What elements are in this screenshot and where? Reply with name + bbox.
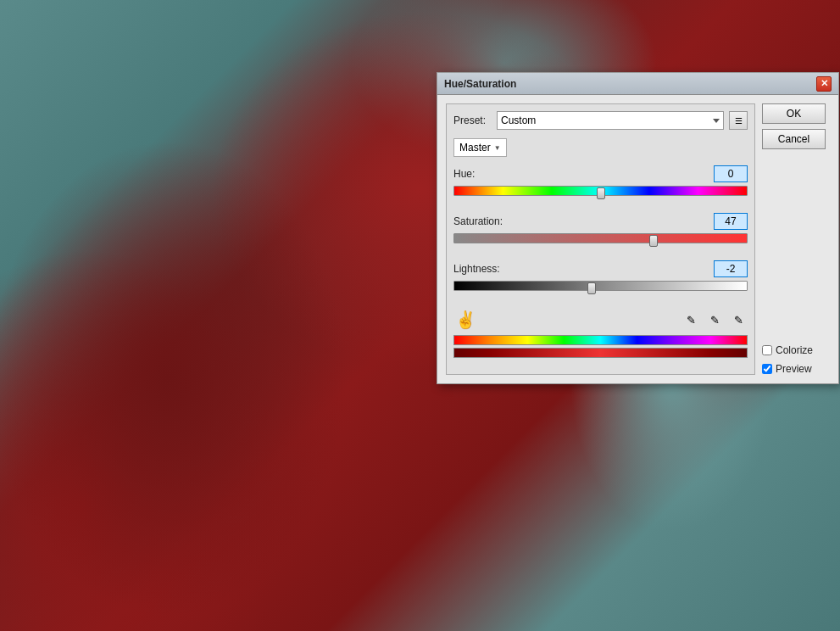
preset-options-button[interactable]: ☰ <box>729 111 748 130</box>
controls-panel: Preset: Custom ☰ Master ▼ Hue: <box>446 103 755 375</box>
add-eyedropper-button[interactable]: ✎ <box>705 310 724 329</box>
saturation-value-box[interactable]: 47 <box>714 213 748 230</box>
preset-dropdown[interactable]: Custom <box>497 111 724 130</box>
dialog-title-bar: Hue/Saturation ✕ <box>437 73 838 95</box>
hue-value: 0 <box>728 168 734 180</box>
saturation-control: Saturation: 47 <box>453 213 748 248</box>
channel-arrow-icon: ▼ <box>494 144 501 152</box>
lightness-value-box[interactable]: -2 <box>714 260 748 277</box>
dialog-title: Hue/Saturation <box>444 78 516 90</box>
colorize-row: Colorize <box>762 344 830 356</box>
sample-eyedropper-button[interactable]: ✎ <box>681 310 700 329</box>
hue-thumb[interactable] <box>597 187 605 199</box>
add-eyedropper-icon: ✎ <box>710 314 720 327</box>
hand-tool-button[interactable]: ✌ <box>453 308 478 332</box>
checkbox-group: Colorize Preview <box>762 341 830 375</box>
lightness-value: -2 <box>726 263 736 275</box>
hue-label: Hue: <box>453 168 475 180</box>
hue-value-box[interactable]: 0 <box>714 165 748 182</box>
preset-menu-icon: ☰ <box>735 116 743 126</box>
hue-control: Hue: 0 <box>453 165 748 201</box>
subtract-eyedropper-button[interactable]: ✎ <box>729 310 748 329</box>
close-button[interactable]: ✕ <box>816 76 832 92</box>
channel-selector[interactable]: Master ▼ <box>453 138 507 157</box>
right-panel: OK Cancel Colorize Preview <box>762 103 830 375</box>
saturation-label: Saturation: <box>453 215 503 227</box>
dialog-body: Preset: Custom ☰ Master ▼ Hue: <box>437 95 838 383</box>
colorize-checkbox[interactable] <box>762 345 772 355</box>
hue-slider-track[interactable] <box>453 186 748 201</box>
hue-saturation-dialog: Hue/Saturation ✕ Preset: Custom ☰ Master <box>437 72 839 384</box>
lightness-control: Lightness: -2 <box>453 260 748 296</box>
saturation-gradient-track <box>453 233 748 243</box>
colorize-label: Colorize <box>776 344 813 356</box>
lightness-thumb[interactable] <box>587 282 596 294</box>
preview-label: Preview <box>776 363 812 375</box>
preview-checkbox[interactable] <box>762 364 772 374</box>
preset-label: Preset: <box>453 114 492 126</box>
subtract-eyedropper-icon: ✎ <box>734 314 743 327</box>
lightness-gradient-track <box>453 281 748 291</box>
channel-row: Master ▼ <box>453 138 748 157</box>
saturation-value: 47 <box>725 215 736 227</box>
lightness-slider-track[interactable] <box>453 281 748 296</box>
saturation-thumb[interactable] <box>649 235 658 247</box>
lightness-label: Lightness: <box>453 263 500 275</box>
tools-row: ✌ ✎ ✎ ✎ <box>453 308 748 332</box>
hand-icon: ✌ <box>455 310 476 329</box>
close-icon: ✕ <box>821 78 828 89</box>
preset-row: Preset: Custom ☰ <box>453 111 748 130</box>
channel-value: Master <box>459 142 491 154</box>
hue-reference-bar <box>453 335 748 345</box>
hue-result-bar <box>453 348 748 358</box>
saturation-slider-track[interactable] <box>453 233 748 248</box>
eyedropper-icon: ✎ <box>687 314 696 327</box>
cancel-button[interactable]: Cancel <box>762 129 826 149</box>
preview-row: Preview <box>762 363 830 375</box>
ok-button[interactable]: OK <box>762 103 826 124</box>
color-bars <box>453 335 748 358</box>
